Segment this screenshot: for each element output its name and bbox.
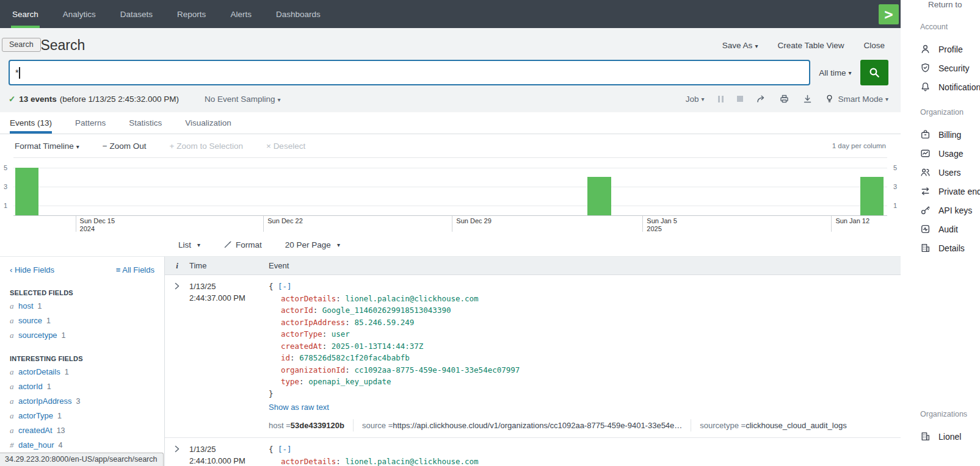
json-key: createdAt bbox=[281, 342, 332, 351]
field-link[interactable]: source bbox=[18, 316, 42, 325]
field-item: aactorDetails1 bbox=[10, 367, 154, 377]
nav-item-search[interactable]: Search bbox=[0, 0, 51, 28]
nav-item-reports[interactable]: Reports bbox=[165, 0, 218, 28]
smart-mode-toggle[interactable]: Smart Mode▾ bbox=[826, 94, 888, 104]
zoom-out-button[interactable]: − Zoom Out bbox=[103, 142, 147, 151]
menu-item-api-keys[interactable]: API keys bbox=[920, 201, 980, 220]
return-to-link[interactable]: Return to bbox=[928, 0, 962, 9]
field-type: a bbox=[10, 301, 18, 311]
close-button[interactable]: Close bbox=[863, 41, 885, 50]
json-collapse-toggle[interactable]: [-] bbox=[278, 282, 292, 291]
menu-item-audit[interactable]: Audit bbox=[920, 220, 980, 238]
list-icon: ≡ bbox=[116, 265, 121, 274]
meta-field-name: source bbox=[362, 420, 393, 432]
expand-chevron-icon[interactable] bbox=[165, 281, 189, 431]
deselect-label: Deselect bbox=[274, 142, 306, 151]
timeline-plot[interactable]: 113355 bbox=[13, 157, 887, 216]
menu-item-profile[interactable]: Profile bbox=[920, 40, 980, 59]
organization-section-title: Organization bbox=[920, 108, 980, 116]
caret-down-icon: ▾ bbox=[885, 96, 888, 102]
field-count: 4 bbox=[59, 441, 63, 450]
users-icon bbox=[920, 167, 931, 177]
field-count: 1 bbox=[62, 331, 66, 340]
field-type: a bbox=[10, 316, 18, 326]
field-type: a bbox=[10, 411, 18, 421]
stop-icon[interactable] bbox=[737, 96, 743, 102]
export-icon[interactable] bbox=[802, 94, 813, 104]
chevron-left-icon: ‹ bbox=[10, 265, 12, 274]
field-link[interactable]: sourcetype bbox=[18, 331, 57, 340]
field-link[interactable]: host bbox=[18, 301, 34, 310]
menu-item-billing[interactable]: Billing bbox=[920, 125, 980, 144]
menu-item-security[interactable]: Security bbox=[920, 59, 980, 77]
nav-hover-tooltip: Search bbox=[2, 38, 41, 52]
clickhouse-settings-panel: Return to Account Profile Security Notif… bbox=[901, 0, 980, 466]
format-results-button[interactable]: Format bbox=[223, 240, 262, 249]
search-subheader: New Search Save As▾ Create Table View Cl… bbox=[0, 28, 901, 112]
json-key: actorId bbox=[281, 306, 322, 315]
field-count: 1 bbox=[38, 302, 42, 310]
tab-patterns[interactable]: Patterns bbox=[75, 112, 106, 134]
menu-item-users[interactable]: Users bbox=[920, 163, 980, 182]
pause-icon[interactable] bbox=[717, 96, 724, 102]
splunk-logo[interactable]: > bbox=[879, 4, 899, 24]
print-icon[interactable] bbox=[779, 94, 789, 104]
text-cursor bbox=[19, 67, 20, 79]
plus-icon: + bbox=[170, 142, 175, 151]
expand-chevron-icon[interactable] bbox=[165, 443, 189, 466]
timeline-bar[interactable] bbox=[860, 177, 884, 215]
field-count: 1 bbox=[47, 382, 51, 391]
show-raw-text-link[interactable]: Show as raw text bbox=[269, 401, 901, 414]
event-row: 1/13/25 2:44:10.000 PM { [-] actorDetail… bbox=[165, 438, 901, 466]
nav-item-datasets[interactable]: Datasets bbox=[108, 0, 165, 28]
meta-field-value[interactable]: clickhouse_cloud_audit_logs bbox=[746, 420, 847, 432]
create-table-view-button[interactable]: Create Table View bbox=[777, 41, 844, 50]
timeline-bar[interactable] bbox=[587, 177, 611, 215]
format-timeline-dropdown[interactable]: Format Timeline▾ bbox=[15, 142, 79, 151]
caret-down-icon: ▾ bbox=[755, 43, 758, 49]
field-item: ahost1 bbox=[10, 301, 154, 311]
menu-item-details[interactable]: Details bbox=[920, 238, 980, 257]
nav-item-analytics[interactable]: Analytics bbox=[51, 0, 108, 28]
menu-item-notifications[interactable]: Notifications bbox=[920, 77, 980, 96]
gridline bbox=[13, 206, 887, 206]
all-fields-button[interactable]: ≡ All Fields bbox=[116, 265, 154, 274]
hide-fields-button[interactable]: ‹ Hide Fields bbox=[10, 265, 54, 274]
field-link[interactable]: actorIpAddress bbox=[18, 396, 71, 406]
timeline-bar[interactable] bbox=[15, 168, 39, 215]
field-link[interactable]: date_hour bbox=[18, 440, 54, 450]
meta-field-value[interactable]: https://api.clickhouse.cloud/v1/organiza… bbox=[393, 420, 682, 432]
field-link[interactable]: actorDetails bbox=[18, 367, 60, 376]
tab-statistics[interactable]: Statistics bbox=[129, 112, 162, 134]
list-view-dropdown[interactable]: List▾ bbox=[178, 240, 200, 249]
field-link[interactable]: createdAt bbox=[18, 426, 53, 435]
json-collapse-toggle[interactable]: [-] bbox=[278, 445, 292, 454]
fields-sidebar: ‹ Hide Fields ≡ All Fields SELECTED FIEL… bbox=[0, 256, 165, 466]
menu-item-private-endpoints[interactable]: Private endpoints bbox=[920, 182, 980, 201]
share-icon[interactable] bbox=[756, 94, 766, 104]
nav-item-alerts[interactable]: Alerts bbox=[218, 0, 264, 28]
field-item: aactorType1 bbox=[10, 411, 154, 421]
menu-item-usage[interactable]: Usage bbox=[920, 144, 980, 163]
event-sampling-dropdown[interactable]: No Event Sampling▾ bbox=[205, 95, 281, 104]
save-as-button[interactable]: Save As▾ bbox=[722, 41, 758, 50]
swap-arrows-icon bbox=[920, 186, 931, 196]
tab-events[interactable]: Events (13) bbox=[10, 112, 52, 134]
list-view-label: List bbox=[178, 240, 191, 249]
format-results-label: Format bbox=[236, 240, 262, 249]
json-value: 678526d582c1f20fac4babfb bbox=[299, 353, 410, 362]
x-tick-label: Sun Dec 15 2024 bbox=[76, 216, 115, 232]
search-button[interactable] bbox=[860, 60, 888, 85]
field-count: 13 bbox=[57, 426, 65, 435]
field-link[interactable]: actorId bbox=[18, 382, 43, 391]
nav-item-dashboards[interactable]: Dashboards bbox=[264, 0, 333, 28]
meta-field-value[interactable]: 53de4339120b bbox=[291, 420, 344, 432]
search-input[interactable]: * bbox=[9, 60, 810, 85]
time-range-label: All time bbox=[819, 68, 846, 77]
time-range-picker[interactable]: All time▾ bbox=[810, 68, 860, 77]
per-page-dropdown[interactable]: 20 Per Page▾ bbox=[285, 240, 340, 249]
job-menu[interactable]: Job▾ bbox=[686, 95, 705, 104]
field-link[interactable]: actorType bbox=[18, 411, 53, 420]
menu-item-organization-lionel[interactable]: Lionel bbox=[920, 427, 967, 446]
tab-visualization[interactable]: Visualization bbox=[185, 112, 231, 134]
